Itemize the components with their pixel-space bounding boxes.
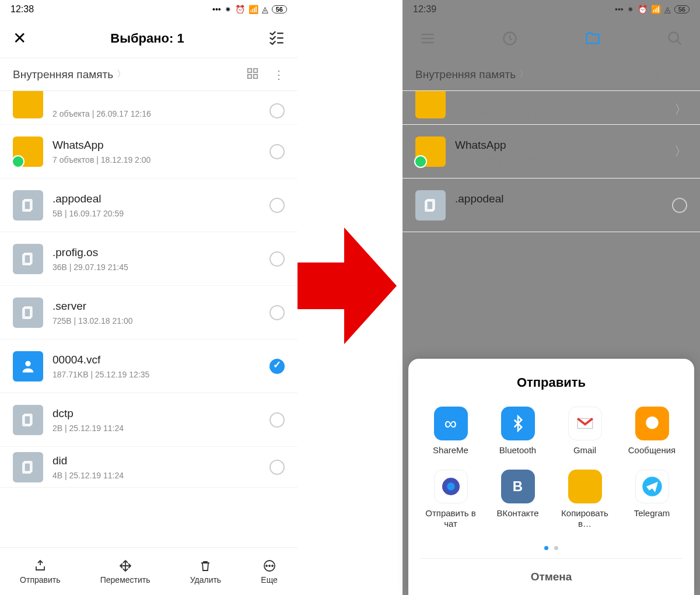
file-name: .server bbox=[52, 300, 260, 313]
action-label: Отправить bbox=[20, 575, 60, 584]
file-row[interactable]: did 4B | 25.12.19 11:24 bbox=[0, 447, 298, 488]
file-row[interactable]: .appodeal 5B | 16.09.17 20:59 bbox=[402, 178, 700, 232]
share-app-vk[interactable]: B ВКонтакте bbox=[487, 470, 548, 529]
svg-point-21 bbox=[272, 565, 273, 566]
move-button[interactable]: Переместить bbox=[100, 559, 150, 584]
svg-rect-30 bbox=[656, 68, 660, 72]
breadcrumb-label: Внутренняя память bbox=[13, 68, 113, 81]
chevron-right-icon: 〉 bbox=[674, 143, 687, 160]
signal-icon: 📶 bbox=[651, 5, 661, 14]
wifi-icon: ◬ bbox=[664, 5, 671, 14]
bluetooth-icon: ⁕ bbox=[627, 5, 634, 14]
file-row[interactable]: 2 объекта | 26.09.17 12:16 bbox=[0, 91, 298, 125]
svg-rect-29 bbox=[650, 68, 654, 72]
file-meta: 725B | 13.02.18 21:00 bbox=[52, 316, 260, 326]
document-icon bbox=[13, 452, 43, 482]
search-icon[interactable] bbox=[663, 30, 687, 47]
delete-button[interactable]: Удалить bbox=[190, 559, 221, 584]
more-options-icon[interactable]: ⋮ bbox=[273, 73, 285, 76]
file-row[interactable]: 2 объекта | 26.09.17 12:16 〉 bbox=[402, 91, 700, 125]
share-app-messages[interactable]: Сообщения bbox=[621, 407, 682, 456]
document-icon bbox=[415, 190, 446, 220]
checkbox-checked[interactable] bbox=[270, 359, 285, 374]
file-meta: 36B | 29.07.19 21:45 bbox=[52, 262, 260, 272]
file-meta: 5B | 16.09.17 20:59 bbox=[52, 209, 260, 218]
statusbar: 12:39 ••• ⁕ ⏰ 📶 ◬ 56 bbox=[402, 0, 700, 19]
breadcrumb[interactable]: Внутренняя память 〉 bbox=[13, 68, 126, 81]
checkbox[interactable] bbox=[270, 103, 285, 118]
file-name: .appodeal bbox=[455, 192, 663, 205]
signal-icon: 📶 bbox=[249, 5, 258, 14]
selection-header: ✕ Выбрано: 1 bbox=[0, 19, 298, 58]
svg-point-19 bbox=[266, 565, 267, 566]
file-row[interactable]: dctp 2B | 25.12.19 11:24 bbox=[0, 393, 298, 447]
page-dot bbox=[544, 546, 548, 550]
breadcrumb[interactable]: Внутренняя память 〉 bbox=[415, 68, 528, 81]
battery-indicator: 56 bbox=[272, 5, 287, 13]
file-name: dctp bbox=[52, 407, 260, 420]
share-app-chat[interactable]: Отправить в чат bbox=[420, 470, 481, 529]
checkbox[interactable] bbox=[270, 305, 285, 320]
recent-tab-icon[interactable] bbox=[498, 30, 522, 47]
share-app-telegram[interactable]: Telegram bbox=[621, 470, 682, 529]
file-row[interactable]: 00004.vcf 187.71KB | 25.12.19 12:35 bbox=[0, 340, 298, 393]
share-app-gmail[interactable]: Gmail bbox=[554, 407, 615, 456]
file-row[interactable]: .appodeal 5B | 16.09.17 20:59 bbox=[0, 178, 298, 232]
checkbox[interactable] bbox=[672, 198, 687, 213]
alarm-icon: ⏰ bbox=[235, 5, 245, 14]
checkbox[interactable] bbox=[270, 251, 285, 267]
svg-rect-6 bbox=[254, 74, 257, 78]
chevron-right-icon: 〉 bbox=[519, 68, 528, 80]
file-row[interactable]: WhatsApp 7 объектов | 18.12.19 2:00 bbox=[0, 125, 298, 178]
file-row[interactable]: .profig.os 36B | 29.07.19 21:45 bbox=[0, 232, 298, 286]
file-name: did bbox=[52, 454, 260, 467]
view-grid-icon[interactable] bbox=[649, 67, 662, 82]
breadcrumb-row: Внутренняя память 〉 ⋮ bbox=[0, 58, 298, 91]
svg-rect-3 bbox=[248, 68, 251, 72]
svg-rect-32 bbox=[656, 74, 660, 78]
action-label: Удалить bbox=[190, 575, 221, 584]
files-tab-icon[interactable] bbox=[580, 30, 605, 47]
battery-indicator: 56 bbox=[674, 5, 690, 13]
checkbox[interactable] bbox=[270, 460, 285, 475]
more-icon: ••• bbox=[212, 5, 221, 14]
share-title: Отправить bbox=[420, 375, 682, 390]
bluetooth-icon: ⁕ bbox=[225, 5, 232, 14]
file-meta: 2 объекта | 26.09.17 12:16 bbox=[455, 109, 665, 118]
view-grid-icon[interactable] bbox=[246, 67, 259, 82]
bottom-action-bar: Отправить Переместить Удалить Еще bbox=[0, 547, 298, 595]
document-icon bbox=[13, 244, 43, 274]
gmail-icon bbox=[568, 407, 602, 440]
more-options-icon[interactable]: ⋮ bbox=[676, 73, 687, 76]
file-meta: 2B | 25.12.19 11:24 bbox=[52, 424, 260, 433]
file-list: 2 объекта | 26.09.17 12:16 WhatsApp 7 об… bbox=[0, 91, 298, 488]
more-button[interactable]: Еще bbox=[261, 559, 278, 584]
arrow-right-icon bbox=[298, 222, 397, 350]
share-label: Bluetooth bbox=[499, 445, 536, 456]
svg-marker-22 bbox=[298, 228, 397, 344]
file-meta: 7 объектов | 18.12.19 2:00 bbox=[455, 155, 665, 164]
cancel-button[interactable]: Отмена bbox=[420, 558, 682, 595]
close-icon[interactable]: ✕ bbox=[13, 29, 26, 48]
checkbox[interactable] bbox=[270, 198, 285, 213]
file-row[interactable]: .server 725B | 13.02.18 21:00 bbox=[0, 286, 298, 340]
chevron-right-icon: 〉 bbox=[117, 68, 126, 80]
file-row[interactable]: WhatsApp 7 объектов | 18.12.19 2:00 〉 bbox=[402, 125, 700, 178]
share-app-copy[interactable]: Копировать в… bbox=[554, 470, 615, 529]
send-button[interactable]: Отправить bbox=[20, 559, 60, 584]
share-label: ShareMe bbox=[433, 445, 468, 456]
status-icons: ••• ⁕ ⏰ 📶 ◬ 56 bbox=[212, 5, 287, 14]
action-label: Еще bbox=[261, 575, 278, 584]
phone-right: 12:39 ••• ⁕ ⏰ 📶 ◬ 56 Внутренняя память 〉 bbox=[402, 0, 700, 595]
checkbox[interactable] bbox=[270, 144, 285, 159]
share-app-shareme[interactable]: ∞ ShareMe bbox=[420, 407, 481, 456]
folder-icon bbox=[415, 91, 446, 118]
status-icons: ••• ⁕ ⏰ 📶 ◬ 56 bbox=[615, 5, 690, 14]
share-app-bluetooth[interactable]: Bluetooth bbox=[487, 407, 548, 456]
share-sheet: Отправить ∞ ShareMe Bluetooth Gmail bbox=[408, 359, 694, 595]
svg-point-35 bbox=[646, 416, 658, 429]
checkbox[interactable] bbox=[270, 412, 285, 428]
menu-icon[interactable] bbox=[415, 30, 440, 47]
svg-point-13 bbox=[25, 360, 30, 366]
select-all-icon[interactable] bbox=[268, 29, 285, 48]
